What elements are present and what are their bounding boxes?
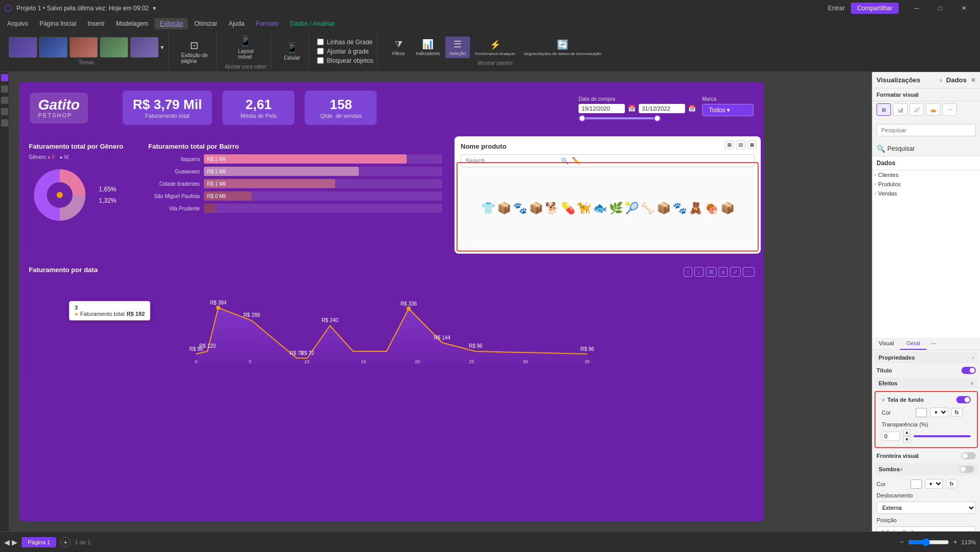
celular-button[interactable]: 📱 Celular	[279, 40, 304, 63]
sombra-fx-button[interactable]: fx	[946, 479, 957, 488]
format-btn-bar[interactable]: 📊	[893, 103, 907, 116]
title-dropdown-icon[interactable]: ▾	[153, 5, 156, 12]
pesquisar-row[interactable]: 🔍 Pesquisar	[872, 141, 980, 156]
cor-swatch[interactable]	[916, 408, 927, 417]
format-btn-table[interactable]: ⊞	[877, 103, 891, 116]
line-sort-down[interactable]: ↓	[694, 267, 704, 277]
tab-geral[interactable]: Geral	[900, 337, 926, 350]
product-item-2[interactable]: 📦	[497, 202, 511, 215]
theme-4[interactable]	[100, 37, 128, 58]
trans-up[interactable]: ▲	[903, 429, 911, 436]
zoom-slider[interactable]	[908, 538, 949, 546]
product-item-13[interactable]: 🐾	[673, 202, 687, 215]
sidebar-icon-4[interactable]	[1, 108, 8, 115]
menu-exibicao[interactable]: Exibição	[154, 18, 188, 29]
page-forward-button[interactable]: ▶	[12, 538, 18, 546]
date-calendar-icon-1[interactable]: 📅	[628, 105, 636, 112]
product-item-11[interactable]: 🦴	[641, 202, 655, 215]
share-button[interactable]: Compartilhar	[851, 3, 899, 14]
product-item-8[interactable]: 🐟	[593, 202, 607, 215]
trans-number-input[interactable]	[882, 432, 900, 441]
format-btn-line[interactable]: 📈	[909, 103, 924, 116]
posicao-select[interactable]: Inferior direito	[877, 526, 976, 531]
theme-1[interactable]	[9, 37, 37, 58]
zoom-plus-button[interactable]: +	[953, 538, 957, 546]
fx-button[interactable]: fx	[951, 408, 962, 417]
propriedades-section[interactable]: Propriedades ›	[874, 352, 978, 363]
trans-slider[interactable]	[914, 435, 971, 437]
enter-button[interactable]: Entrar	[828, 5, 845, 12]
product-item-12[interactable]: 📦	[657, 202, 671, 215]
menu-otimizar[interactable]: Otimizar	[189, 18, 222, 29]
page-tab-1[interactable]: Página 1	[22, 537, 56, 547]
product-search-input[interactable]	[465, 157, 558, 165]
date-slider[interactable]	[579, 117, 661, 119]
product-item-16[interactable]: 📦	[721, 202, 734, 215]
slider-thumb-right[interactable]	[654, 115, 661, 122]
grid-icon-3[interactable]: ⊠	[747, 140, 757, 149]
close-panel-icon[interactable]: ✕	[971, 77, 976, 84]
menu-modelagem[interactable]: Modelagem	[111, 18, 153, 29]
tree-item-produtos[interactable]: › Produtos	[872, 180, 980, 189]
linhas-grade-input[interactable]	[317, 39, 324, 45]
close-button[interactable]: ✕	[952, 0, 976, 16]
titulo-section-header[interactable]: Título	[877, 367, 892, 373]
panel-search-input[interactable]	[877, 124, 976, 136]
product-item-15[interactable]: 🍖	[705, 202, 719, 215]
line-expand-icon[interactable]: ⤢	[730, 267, 741, 277]
performance-button[interactable]: ⚡ Performance Analyzer	[472, 37, 519, 58]
menu-dados-analisar[interactable]: Dados / Analisar	[285, 18, 340, 29]
maximize-button[interactable]: □	[929, 0, 952, 16]
layout-movel-button[interactable]: 📱 Layoutmóvel	[234, 33, 258, 62]
fronteira-toggle[interactable]	[961, 452, 976, 459]
tab-more[interactable]: ⋯	[926, 337, 941, 350]
minimize-button[interactable]: ─	[905, 0, 929, 16]
format-btn-more[interactable]: ⋯	[942, 103, 957, 116]
ajustar-grade-input[interactable]	[317, 48, 324, 55]
line-more-icon[interactable]: ⋯	[743, 267, 755, 277]
line-list-icon[interactable]: ≡	[719, 267, 728, 277]
product-item-3[interactable]: 🐾	[513, 202, 527, 215]
brand-dropdown[interactable]: Todos ▾	[702, 104, 754, 116]
menu-pagina-inicial[interactable]: Página Inicial	[34, 18, 81, 29]
segmentacoes-button[interactable]: 🔄 Segmentações de dados de sincronização	[520, 37, 604, 58]
sidebar-icon-2[interactable]	[1, 85, 8, 93]
product-item-14[interactable]: 🧸	[689, 202, 703, 215]
sidebar-icon-3[interactable]	[1, 97, 8, 104]
theme-5[interactable]	[130, 37, 159, 58]
menu-formato[interactable]: Formato	[251, 18, 284, 29]
tab-visual[interactable]: Visual	[872, 337, 900, 350]
theme-3[interactable]	[69, 37, 98, 58]
product-item-4[interactable]: 📦	[529, 202, 543, 215]
sombra-cor-dropdown[interactable]: ▾	[925, 479, 943, 489]
theme-2[interactable]	[39, 37, 67, 58]
tela-fundo-header[interactable]: ∨ Tela de fundo	[882, 397, 924, 403]
efeitos-section[interactable]: Efeitos ∨	[874, 378, 978, 389]
deslocamento-select[interactable]: Externa	[877, 502, 976, 514]
sombra-toggle[interactable]	[959, 466, 974, 473]
indicadores-button[interactable]: 📊 Indicadores	[413, 37, 443, 58]
product-item-9[interactable]: 🌿	[609, 202, 623, 215]
sidebar-icon-5[interactable]	[1, 119, 8, 127]
titulo-toggle[interactable]	[961, 367, 976, 374]
menu-arquivo[interactable]: Arquivo	[2, 18, 33, 29]
page-back-button[interactable]: ◀	[4, 538, 10, 546]
grid-icon-2[interactable]: ⊟	[736, 140, 745, 149]
line-grid-icon[interactable]: ⊞	[706, 267, 716, 277]
sombra-section[interactable]: Sombra ∨	[874, 463, 978, 475]
date-calendar-icon-2[interactable]: 📅	[688, 105, 696, 112]
product-item-10[interactable]: 🎾	[625, 202, 639, 215]
product-item-6[interactable]: 💊	[561, 202, 575, 215]
add-page-button[interactable]: +	[60, 537, 71, 547]
tree-item-vendas[interactable]: › Vendas	[872, 189, 980, 198]
sidebar-icon-1[interactable]	[1, 74, 8, 81]
date-to-input[interactable]	[639, 104, 685, 113]
format-btn-pie[interactable]: 🥧	[926, 103, 940, 116]
date-from-input[interactable]	[579, 104, 625, 113]
product-item-1[interactable]: 👕	[481, 202, 495, 215]
tela-fundo-toggle[interactable]	[956, 396, 971, 403]
themes-more-icon[interactable]: ▾	[161, 44, 164, 51]
expand-icon[interactable]: ›	[940, 77, 942, 84]
product-item-7[interactable]: 🦮	[577, 202, 591, 215]
trans-down[interactable]: ▼	[903, 436, 911, 443]
